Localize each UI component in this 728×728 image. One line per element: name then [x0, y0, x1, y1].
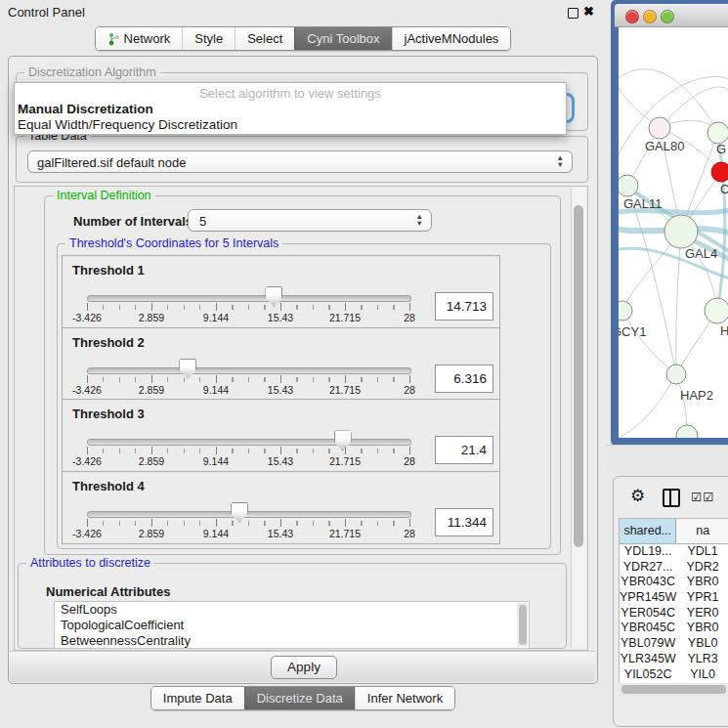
tick-label-28: 28	[404, 312, 415, 323]
select-columns-checkboxes-icon[interactable]: ☑☑	[691, 490, 714, 504]
apply-button[interactable]: Apply	[271, 656, 337, 679]
threshold-2-slider-track[interactable]	[87, 367, 411, 374]
bottom-tab-group: Impute DataDiscretize DataInfer Network	[150, 686, 455, 710]
network-node-gal11[interactable]	[619, 175, 638, 196]
tab-cyni-toolbox[interactable]: Cyni Toolbox	[294, 27, 391, 50]
algorithm-option-equal-width-frequency-discretization[interactable]: Equal Width/Frequency Discretization	[18, 117, 552, 132]
minimize-traffic-light[interactable]	[643, 10, 657, 23]
gear-icon[interactable]: ⚙	[630, 486, 645, 506]
threshold-1-slider-track[interactable]	[87, 295, 411, 302]
attributes-scrollbar[interactable]	[517, 603, 528, 647]
algorithm-option-manual-discretization[interactable]: Manual Discretization	[18, 102, 552, 116]
combo-stepper-icon[interactable]: ▲▼	[557, 154, 564, 168]
tab-style[interactable]: Style	[182, 27, 235, 50]
table-data-value: galFiltered.sif default node	[37, 155, 186, 170]
threshold-4-tick-marks	[87, 521, 410, 526]
cell-name: YDL1	[676, 544, 728, 560]
column-header-name[interactable]: na	[676, 519, 728, 543]
network-node-gal80[interactable]	[649, 117, 670, 139]
close-icon[interactable]: ✖	[583, 4, 594, 19]
table-rows: YDL19...YDL1YDR27...YDR2YBR043CYBR0YPR14…	[620, 544, 728, 682]
tick-label-21-715: 21.715	[329, 312, 361, 323]
numerical-attributes-label: Numerical Attributes	[46, 584, 170, 599]
major-tick	[280, 303, 281, 311]
table-row[interactable]: YDR27...YDR2	[620, 560, 728, 576]
threshold-2-slider-thumb[interactable]	[179, 359, 196, 379]
network-node-g[interactable]	[707, 122, 728, 144]
control-panel-title: Control Panel	[8, 5, 85, 20]
network-graph: GAL80GCGAL11GAL4GCY1HHAP2	[619, 27, 728, 438]
table-horizontal-scrollbar-thumb[interactable]	[621, 685, 726, 694]
major-tick	[345, 519, 346, 527]
column-header-shared-name[interactable]: shared...	[620, 519, 676, 543]
table-data-combobox[interactable]: galFiltered.sif default node ▲▼	[27, 150, 573, 173]
attributes-scrollbar-thumb[interactable]	[519, 605, 527, 645]
settings-scrollbar-thumb[interactable]	[574, 205, 583, 547]
attribute-item-betweennesscentrality[interactable]: BetweennessCentrality	[55, 633, 529, 649]
threshold-panel-threshold-4: Threshold 4-3.4262.8599.14415.4321.71528…	[62, 471, 500, 544]
tab-label-cyni-toolbox: Cyni Toolbox	[307, 31, 379, 46]
tab-network[interactable]: Network	[96, 27, 183, 50]
threshold-2-value-field[interactable]: 6.316	[435, 364, 493, 393]
threshold-3-slider-track[interactable]	[87, 439, 411, 446]
tab-discretize-data[interactable]: Discretize Data	[244, 687, 355, 709]
tick-label-28: 28	[404, 384, 415, 396]
tab-jactivemnodules[interactable]: jActiveMNodules	[392, 27, 511, 50]
number-of-intervals-spinner[interactable]: 5 ▲▼	[188, 209, 432, 232]
major-tick	[216, 375, 217, 383]
tick-label-15-43: 15.43	[268, 528, 293, 539]
table-row[interactable]: YBR043CYBR0	[620, 575, 728, 590]
threshold-4-value-field[interactable]: 11.344	[435, 508, 493, 536]
major-tick	[409, 447, 410, 454]
threshold-3-slider-thumb[interactable]	[334, 430, 352, 450]
table-row[interactable]: YBR045CYBR0	[620, 621, 728, 636]
settings-scrollbar[interactable]	[571, 188, 586, 647]
number-of-intervals-label: Number of Intervals	[73, 214, 193, 229]
threshold-2-tick-marks	[87, 377, 410, 382]
threshold-panel-threshold-3: Threshold 3-3.4262.8599.14415.4321.71528…	[62, 399, 500, 472]
tab-infer-network[interactable]: Infer Network	[355, 687, 454, 709]
network-node-gal4[interactable]	[664, 215, 698, 248]
tick-label-2-859: 2.859	[139, 455, 164, 467]
numerical-attributes-list[interactable]: SelfLoopsTopologicalCoefficientBetweenne…	[54, 601, 530, 649]
network-node-gcy1[interactable]	[619, 301, 632, 321]
network-node[interactable]	[676, 425, 698, 438]
tab-select[interactable]: Select	[235, 27, 294, 50]
tick-label-28: 28	[404, 455, 415, 467]
table-row[interactable]: YLR345WYLR3	[620, 652, 728, 667]
tab-label-network: Network	[124, 31, 171, 46]
split-columns-icon[interactable]	[663, 489, 680, 507]
tick-label-21-715: 21.715	[329, 528, 361, 539]
spinner-stepper-icon[interactable]: ▲▼	[416, 213, 423, 227]
cell-name: YBR0	[676, 621, 728, 636]
threshold-1-label: Threshold 1	[72, 263, 145, 278]
major-tick	[409, 375, 410, 383]
cell-shared-name: YBL079W	[620, 636, 676, 652]
close-traffic-light[interactable]	[625, 10, 639, 23]
network-node-h[interactable]	[705, 298, 728, 323]
top-tab-bar: NetworkStyleSelectCyni ToolboxjActiveMNo…	[0, 26, 606, 51]
tick-label-3-426: -3.426	[72, 312, 102, 323]
zoom-traffic-light[interactable]	[661, 10, 674, 23]
node-attribute-table[interactable]: shared... na YDL19...YDL1YDR27...YDR2YBR…	[619, 518, 728, 684]
attribute-item-selfloops[interactable]: SelfLoops	[55, 602, 529, 618]
tab-impute-data[interactable]: Impute Data	[151, 687, 244, 709]
table-row[interactable]: YPR145WYPR1	[620, 590, 728, 606]
float-window-icon[interactable]	[568, 8, 578, 19]
threshold-1-value-field[interactable]: 14.713	[435, 292, 493, 321]
attribute-item-topologicalcoefficient[interactable]: TopologicalCoefficient	[55, 618, 529, 633]
table-row[interactable]: YBL079WYBL0	[620, 636, 728, 652]
table-row[interactable]: YIL052CYIL0	[620, 667, 728, 683]
cell-shared-name: YDR27...	[620, 560, 676, 576]
threshold-3-value-field[interactable]: 21.4	[435, 436, 493, 464]
tick-label-2-859: 2.859	[139, 528, 164, 539]
threshold-4-slider-thumb[interactable]	[231, 502, 248, 523]
threshold-4-slider-track[interactable]	[87, 511, 411, 518]
network-view[interactable]: GAL80GCGAL11GAL4GCY1HHAP2	[619, 27, 728, 438]
table-row[interactable]: YDL19...YDL1	[620, 544, 728, 560]
network-node-hap2[interactable]	[666, 364, 686, 384]
table-row[interactable]: YER054CYER0	[620, 606, 728, 621]
screenshot-stage: Control Panel ✖ NetworkStyleSelectCyni T…	[0, 0, 728, 728]
bottom-tab-bar: Impute DataDiscretize DataInfer Network	[0, 686, 606, 710]
network-node-c[interactable]	[711, 162, 728, 182]
